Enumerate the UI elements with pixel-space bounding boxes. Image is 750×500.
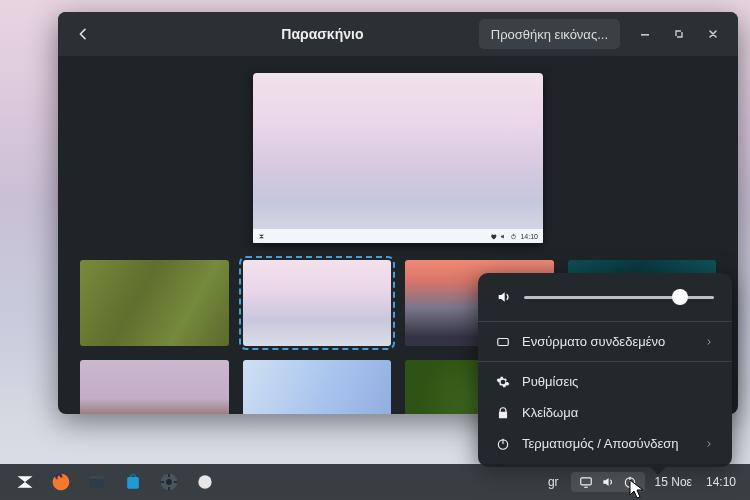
panel-time[interactable]: 14:10 (702, 475, 740, 489)
firefox-launcher[interactable] (44, 467, 78, 497)
power-icon (496, 437, 510, 451)
wired-network-icon (496, 335, 510, 349)
gear-icon (159, 472, 179, 492)
wallpaper-thumb[interactable] (80, 260, 229, 346)
volume-icon (500, 233, 507, 240)
running-app-indicator[interactable] (188, 467, 222, 497)
maximize-button[interactable] (664, 19, 694, 49)
folder-icon (87, 472, 107, 492)
wallpaper-thumb[interactable] (80, 360, 229, 414)
app-menu-button[interactable] (8, 467, 42, 497)
svg-rect-5 (90, 476, 105, 479)
network-item[interactable]: Ενσύρματο συνδεδεμένο (478, 326, 732, 357)
power-item[interactable]: Τερματισμός / Αποσύνδεση (478, 428, 732, 459)
titlebar: Παρασκήνιο Προσθήκη εικόνας... (58, 12, 738, 56)
wallpaper-thumb-selected[interactable] (243, 260, 392, 346)
circle-indicator-icon (195, 472, 215, 492)
volume-icon (601, 475, 615, 489)
svg-point-9 (166, 479, 172, 485)
volume-icon (496, 289, 512, 305)
svg-rect-13 (174, 481, 177, 483)
chevron-right-icon (704, 439, 714, 449)
back-button[interactable] (68, 19, 98, 49)
window-controls (630, 19, 728, 49)
wallpaper-thumb[interactable] (243, 360, 392, 414)
zorin-icon (258, 233, 265, 240)
taskbar-left (8, 467, 222, 497)
separator (478, 321, 732, 322)
firefox-icon (51, 472, 71, 492)
settings-launcher[interactable] (152, 467, 186, 497)
files-launcher[interactable] (80, 467, 114, 497)
settings-item[interactable]: Ρυθμίσεις (478, 366, 732, 397)
volume-slider[interactable] (524, 296, 714, 299)
lock-icon (496, 406, 510, 420)
shopping-bag-icon (123, 472, 143, 492)
svg-rect-11 (168, 487, 170, 490)
svg-point-14 (198, 475, 211, 488)
gear-icon (496, 375, 510, 389)
settings-label: Ρυθμίσεις (522, 374, 714, 389)
close-button[interactable] (698, 19, 728, 49)
svg-rect-2 (498, 338, 509, 345)
minimize-button[interactable] (630, 19, 660, 49)
add-image-button[interactable]: Προσθήκη εικόνας... (479, 19, 620, 49)
network-label: Ενσύρματο συνδεδεμένο (522, 334, 692, 349)
keyboard-layout-label: gr (548, 475, 559, 489)
system-menu-popup: Ενσύρματο συνδεδεμένο Ρυθμίσεις Κλείδωμα… (478, 273, 732, 467)
svg-rect-12 (161, 481, 164, 483)
svg-rect-6 (90, 479, 105, 488)
chevron-right-icon (704, 337, 714, 347)
volume-slider-knob[interactable] (672, 289, 688, 305)
svg-rect-7 (127, 477, 139, 489)
taskbar: gr 15 Νοε 14:10 (0, 464, 750, 500)
power-label: Τερματισμός / Αποσύνδεση (522, 436, 692, 451)
svg-rect-15 (580, 478, 591, 485)
software-launcher[interactable] (116, 467, 150, 497)
separator (478, 361, 732, 362)
panel-date[interactable]: 15 Νοε (651, 475, 696, 489)
svg-rect-10 (168, 474, 170, 477)
lock-label: Κλείδωμα (522, 405, 714, 420)
wallpaper-preview-area: 14:10 (58, 56, 738, 246)
preview-time: 14:10 (520, 233, 538, 240)
display-icon (579, 475, 593, 489)
zorin-icon (15, 472, 35, 492)
preview-panel-bar: 14:10 (253, 229, 543, 243)
add-image-label: Προσθήκη εικόνας... (491, 27, 608, 42)
volume-row (478, 287, 732, 317)
heart-icon (490, 233, 497, 240)
power-icon (623, 475, 637, 489)
svg-rect-0 (641, 34, 649, 36)
system-tray[interactable] (571, 472, 645, 492)
window-title: Παρασκήνιο (178, 26, 467, 42)
taskbar-right: gr 15 Νοε 14:10 (542, 472, 740, 492)
power-icon (510, 233, 517, 240)
keyboard-layout-indicator[interactable]: gr (542, 475, 565, 489)
lock-item[interactable]: Κλείδωμα (478, 397, 732, 428)
wallpaper-preview: 14:10 (253, 73, 543, 243)
